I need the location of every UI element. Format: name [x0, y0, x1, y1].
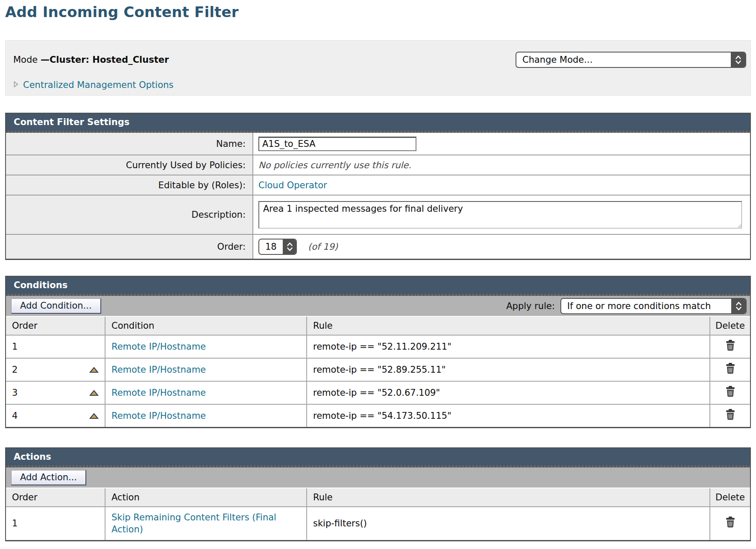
select-stepper-icon — [731, 53, 745, 67]
condition-rule: remote-ip == "52.11.209.211" — [313, 342, 451, 352]
table-row: 1 Skip Remaining Content Filters (Final … — [6, 507, 750, 540]
centralized-management-options-link[interactable]: Centralized Management Options — [23, 80, 173, 90]
actions-col-delete: Delete — [710, 488, 750, 507]
order-label: Order: — [6, 234, 253, 259]
condition-order: 1 — [12, 342, 18, 352]
add-condition-button[interactable]: Add Condition... — [11, 298, 101, 314]
name-label: Name: — [6, 133, 253, 155]
move-up-triangle-icon — [89, 368, 99, 374]
policies-note: No policies currently use this rule. — [258, 160, 411, 170]
policies-label: Currently Used by Policies: — [6, 155, 253, 175]
mode-text: Mode —Cluster: Hosted_Cluster — [13, 55, 169, 65]
apply-rule-select-value: If one or more conditions match — [561, 301, 717, 311]
description-textarea[interactable]: Area 1 inspected messages for final deli… — [258, 201, 742, 228]
trash-icon — [725, 523, 735, 529]
conditions-col-delete: Delete — [710, 317, 750, 335]
order-of-note: (of 19) — [308, 242, 338, 252]
actions-col-rule: Rule — [307, 488, 710, 507]
order-select[interactable]: 18 — [258, 239, 297, 255]
trash-icon — [725, 369, 735, 376]
select-stepper-icon — [283, 239, 297, 254]
condition-link[interactable]: Remote IP/Hostname — [111, 411, 206, 421]
content-filter-settings-section: Content Filter Settings Name: Currently … — [5, 113, 751, 260]
actions-toolbar: Add Action... — [6, 467, 750, 488]
table-row: 2 Remote IP/Hostname remote-ip == "52.89… — [6, 358, 750, 381]
trash-icon — [725, 346, 735, 353]
change-mode-select[interactable]: Change Mode... — [516, 52, 746, 68]
condition-link[interactable]: Remote IP/Hostname — [111, 388, 206, 398]
condition-link[interactable]: Remote IP/Hostname — [111, 365, 206, 375]
conditions-col-order: Order — [6, 317, 105, 335]
delete-action-button[interactable] — [725, 517, 735, 528]
table-row: 3 Remote IP/Hostname remote-ip == "52.0.… — [6, 381, 750, 404]
trash-icon — [725, 392, 735, 399]
settings-section-title: Content Filter Settings — [6, 114, 750, 131]
disclosure-triangle-icon[interactable] — [13, 81, 19, 90]
move-up-button[interactable] — [89, 413, 99, 419]
delete-condition-button[interactable] — [725, 340, 735, 351]
mode-panel: Mode —Cluster: Hosted_Cluster Change Mod… — [5, 40, 751, 96]
condition-link[interactable]: Remote IP/Hostname — [111, 342, 206, 352]
actions-section: Actions Add Action... Order Action Rule … — [5, 447, 751, 541]
mode-label: Mode — [13, 55, 38, 65]
delete-condition-button[interactable] — [725, 363, 735, 374]
condition-rule: remote-ip == "52.89.255.11" — [313, 365, 445, 375]
delete-condition-button[interactable] — [725, 386, 735, 397]
move-up-button[interactable] — [89, 367, 99, 373]
select-stepper-icon — [731, 299, 746, 313]
condition-order: 3 — [12, 388, 18, 398]
action-rule: skip-filters() — [313, 518, 367, 529]
apply-rule-select[interactable]: If one or more conditions match — [560, 298, 747, 314]
conditions-section: Conditions Add Condition... Apply rule: … — [5, 276, 751, 428]
move-up-button[interactable] — [89, 390, 99, 396]
condition-rule: remote-ip == "52.0.67.109" — [313, 388, 440, 398]
actions-col-action: Action — [105, 488, 307, 507]
conditions-col-rule: Rule — [307, 317, 710, 335]
condition-order: 4 — [12, 411, 18, 421]
move-up-triangle-icon — [89, 414, 99, 421]
table-row: 4 Remote IP/Hostname remote-ip == "54.17… — [6, 404, 750, 427]
condition-rule: remote-ip == "54.173.50.115" — [313, 411, 451, 421]
change-mode-select-value: Change Mode... — [516, 55, 598, 65]
cloud-operator-link[interactable]: Cloud Operator — [258, 180, 327, 190]
roles-label: Editable by (Roles): — [6, 175, 253, 195]
conditions-section-title: Conditions — [6, 277, 750, 294]
delete-condition-button[interactable] — [725, 409, 735, 421]
description-label: Description: — [6, 195, 253, 234]
actions-section-title: Actions — [6, 448, 750, 465]
order-select-value: 18 — [259, 242, 283, 252]
trash-icon — [725, 415, 735, 422]
conditions-col-condition: Condition — [105, 317, 307, 335]
add-action-button[interactable]: Add Action... — [11, 470, 86, 485]
condition-order: 2 — [12, 365, 18, 375]
page-title: Add Incoming Content Filter — [5, 3, 756, 20]
apply-rule-label: Apply rule: — [506, 301, 555, 311]
action-link[interactable]: Skip Remaining Content Filters (Final Ac… — [111, 511, 291, 536]
conditions-toolbar: Add Condition... Apply rule: If one or m… — [6, 296, 750, 317]
name-input[interactable] — [258, 137, 416, 151]
table-row: 1 Remote IP/Hostname remote-ip == "52.11… — [6, 335, 750, 358]
action-order: 1 — [12, 518, 18, 529]
actions-col-order: Order — [6, 488, 105, 507]
mode-value: —Cluster: Hosted_Cluster — [41, 55, 169, 65]
move-up-triangle-icon — [89, 391, 99, 397]
